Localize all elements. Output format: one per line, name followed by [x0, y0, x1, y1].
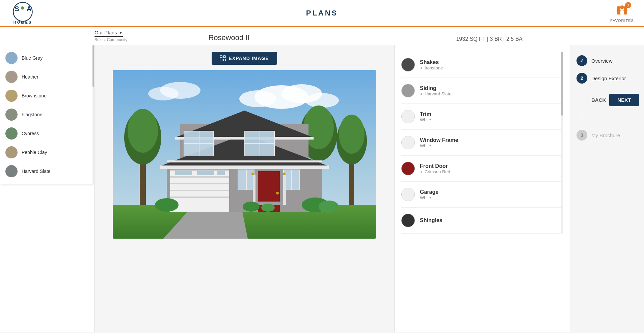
swatch-cypress: [5, 127, 18, 140]
svg-rect-8: [223, 56, 225, 58]
color-item-cypress[interactable]: Cypress: [0, 124, 95, 143]
step-panel: ✓ Overview 2 Design Exterior BACK NEXT 3…: [570, 45, 644, 332]
color-label-pebble-clay: Pebble Clay: [22, 150, 47, 155]
svg-point-45: [276, 192, 279, 194]
part-shingles[interactable]: Shingles: [401, 208, 563, 234]
part-color-front-door: ▲ Crimson Red: [420, 169, 450, 174]
color-item-pebble-clay[interactable]: Pebble Clay: [0, 143, 95, 162]
next-button[interactable]: NEXT: [609, 94, 639, 106]
color-detail-panel: Shakes ▲ Ironstone Siding ▲ Harvard Slat…: [394, 45, 570, 332]
svg-rect-72: [283, 175, 286, 205]
triangle-icon-shakes: ▲: [420, 66, 423, 69]
step-label-design-exterior: Design Exterior: [591, 75, 626, 81]
color-scheme-panel: Select Color Scheme Blue Gray Heather Br…: [0, 45, 95, 332]
logo: S A HOMES: [10, 2, 35, 24]
step-label-brochure: My Brochure: [591, 132, 620, 138]
swatch-flagstone: [5, 109, 18, 121]
triangle-icon-front-door: ▲: [420, 170, 423, 173]
color-label-brownstone: Brownstone: [22, 93, 47, 98]
svg-rect-69: [291, 170, 292, 190]
expand-image-button[interactable]: EXPAND IMAGE: [212, 52, 277, 65]
part-name-shakes: Shakes: [420, 59, 443, 65]
svg-rect-38: [170, 183, 229, 184]
color-list: Blue Gray Heather Brownstone Flagstone C…: [0, 45, 95, 184]
part-name-window-frame: Window Frame: [420, 137, 458, 143]
part-name-garage: Garage: [420, 189, 438, 195]
svg-rect-42: [197, 171, 214, 175]
step-circle-overview: ✓: [576, 55, 587, 66]
step-label-overview: Overview: [591, 58, 613, 64]
svg-rect-71: [253, 175, 256, 205]
step-circle-brochure: 3: [576, 130, 587, 141]
color-item-heather[interactable]: Heather: [0, 67, 95, 86]
color-scheme-dropdown: Blue Gray Heather Brownstone Flagstone C…: [0, 45, 95, 184]
svg-rect-51: [184, 143, 214, 144]
color-label-harvard-slate: Harvard Slate: [22, 169, 51, 174]
svg-point-75: [319, 201, 339, 213]
part-color-shakes: ▲ Ironstone: [420, 65, 443, 70]
plan-selector[interactable]: Our Plans ▼ Select Community: [95, 30, 127, 42]
color-item-harvard-slate[interactable]: Harvard Slate: [0, 162, 95, 181]
part-color-siding: ▲ Harvard Slate: [420, 91, 451, 96]
step-overview: ✓ Overview: [576, 55, 637, 66]
house-specs: 1932 SQ FT | 3 BR | 2.5 BA: [456, 36, 522, 42]
swatch-shakes: [401, 58, 415, 71]
back-button[interactable]: BACK: [591, 94, 606, 106]
svg-point-76: [243, 202, 260, 212]
favorites-button[interactable]: 1 FAVORITES: [610, 4, 634, 23]
svg-rect-63: [246, 170, 247, 190]
part-garage[interactable]: Garage White: [401, 182, 563, 208]
part-siding[interactable]: Siding ▲ Harvard Slate: [401, 78, 563, 104]
svg-point-23: [339, 115, 365, 154]
main-content: Select Color Scheme Blue Gray Heather Br…: [0, 45, 644, 332]
plan-dropdown-label: Our Plans: [95, 30, 117, 35]
part-window-frame[interactable]: Window Frame White: [401, 130, 563, 156]
swatch-shingles: [401, 214, 415, 227]
swatch-heather: [5, 71, 18, 83]
swatch-brownstone: [5, 90, 18, 102]
color-label-cypress: Cypress: [22, 131, 39, 136]
color-item-blue-gray[interactable]: Blue Gray: [0, 49, 95, 67]
color-label-heather: Heather: [22, 74, 38, 80]
svg-rect-33: [160, 165, 329, 169]
part-color-window-frame: White: [420, 143, 458, 148]
part-shakes[interactable]: Shakes ▲ Ironstone: [401, 52, 563, 78]
svg-rect-80: [167, 160, 322, 162]
svg-rect-10: [223, 59, 225, 61]
color-item-brownstone[interactable]: Brownstone: [0, 86, 95, 105]
part-name-siding: Siding: [420, 85, 451, 91]
header: S A HOMES PLANS 1 FAVORITES: [0, 0, 644, 27]
svg-rect-43: [217, 171, 225, 175]
swatch-garage: [401, 188, 415, 201]
expand-image-label: EXPAND IMAGE: [229, 56, 269, 61]
color-label-blue-gray: Blue Gray: [22, 55, 43, 61]
swatch-front-door: [401, 162, 415, 175]
part-name-shingles: Shingles: [420, 217, 442, 223]
part-front-door[interactable]: Front Door ▲ Crimson Red: [401, 156, 563, 182]
svg-rect-7: [220, 56, 222, 58]
swatch-siding: [401, 84, 415, 97]
part-color-trim: White: [420, 117, 431, 122]
part-name-trim: Trim: [420, 111, 431, 117]
step-design-exterior: 2 Design Exterior: [576, 73, 637, 84]
triangle-icon-siding: ▲: [420, 92, 423, 95]
color-label-flagstone: Flagstone: [22, 112, 42, 117]
nav-buttons: BACK NEXT: [576, 94, 637, 106]
step-brochure: 3 My Brochure: [576, 130, 637, 141]
svg-rect-41: [175, 171, 192, 175]
svg-rect-57: [244, 143, 275, 144]
svg-point-17: [148, 87, 179, 100]
part-trim[interactable]: Trim White: [401, 104, 563, 130]
swatch-blue-gray: [5, 52, 18, 64]
svg-point-15: [305, 93, 339, 108]
house-name: Rosewood II: [208, 33, 249, 42]
color-item-flagstone[interactable]: Flagstone: [0, 105, 95, 124]
nav-bar: Our Plans ▼ Select Community Rosewood II…: [0, 27, 644, 45]
svg-point-78: [251, 173, 254, 175]
favorites-badge: 1: [625, 2, 631, 8]
svg-rect-9: [220, 59, 222, 61]
svg-rect-37: [170, 176, 229, 178]
favorites-label: FAVORITES: [610, 19, 634, 23]
swatch-trim: [401, 110, 415, 123]
part-name-front-door: Front Door: [420, 163, 450, 169]
